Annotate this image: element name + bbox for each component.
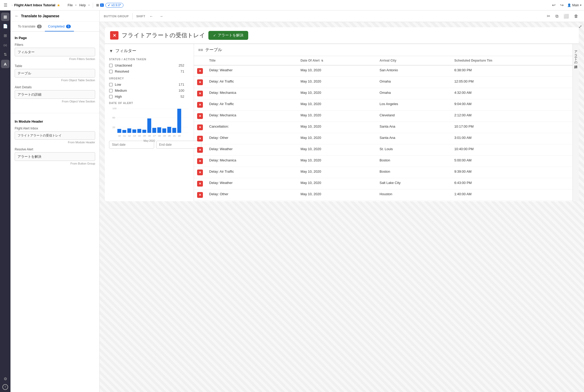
- medium-count: 100: [179, 89, 184, 92]
- table-row[interactable]: ✕ Delay: Weather May 10, 2020 St. Louis …: [194, 144, 572, 156]
- shift-right-btn[interactable]: →: [157, 13, 165, 20]
- cut-btn[interactable]: ✂: [545, 12, 552, 20]
- module-header: ✕ フライトアラートの受信トレイ ✓ アラートを解決: [105, 27, 579, 44]
- table-section-header: ≡≡ テーブル: [194, 44, 572, 56]
- trans-panel-title: Translate to Japanese: [21, 14, 59, 18]
- sidebar-item-gear[interactable]: ⚙: [1, 375, 9, 383]
- table-row[interactable]: ✕ Delay: Air Traffic May 10, 2020 Omaha …: [194, 77, 572, 88]
- flight-inbox-input[interactable]: [15, 131, 95, 140]
- favorite-icon[interactable]: ★: [57, 3, 60, 7]
- th-date[interactable]: Date Of Alert ⇅: [297, 56, 376, 65]
- row-arrival: St. Louis: [376, 144, 451, 156]
- sidebar-item-doc[interactable]: 📄: [1, 22, 9, 30]
- flight-inbox-field-group: Flight Alert Inbox From Module Header: [15, 127, 95, 144]
- table-row[interactable]: ✕ Delay: Mechanica May 10, 2020 Boston 5…: [194, 156, 572, 167]
- row-arrival: Cleveland: [376, 111, 451, 122]
- right-aside-label[interactable]: アラートの詳細: [574, 48, 578, 63]
- undo-btn[interactable]: ↩: [551, 2, 556, 9]
- high-checkbox[interactable]: [109, 95, 113, 99]
- sidebar-item-fx[interactable]: (x): [1, 41, 9, 49]
- back-button[interactable]: ←: [15, 14, 19, 18]
- copy-btn[interactable]: ⧉: [554, 12, 560, 20]
- table-row[interactable]: ✕ Delay: Air Traffic May 10, 2020 Los An…: [194, 99, 572, 111]
- chart-svg: 100 60 20: [109, 107, 190, 138]
- table-input[interactable]: [15, 69, 95, 78]
- row-icon: ✕: [197, 113, 203, 119]
- table-row[interactable]: ✕ Cancellation: May 10, 2020 Santa Ana 1…: [194, 122, 572, 133]
- resolve-alert-btn[interactable]: ✓ アラートを解決: [208, 31, 248, 40]
- svg-rect-13: [147, 118, 151, 133]
- svg-text:16: 16: [148, 135, 151, 137]
- row-date: May 10, 2020: [297, 133, 376, 144]
- unactioned-count: 252: [179, 63, 184, 67]
- svg-rect-10: [132, 129, 136, 133]
- table-row[interactable]: ✕ Delay: Weather May 10, 2020 San Antoni…: [194, 65, 572, 77]
- sidebar-item-help[interactable]: ?: [2, 384, 8, 390]
- row-date: May 10, 2020: [297, 167, 376, 178]
- table-row[interactable]: ✕ Delay: Other May 10, 2020 Houston 1:40…: [194, 189, 572, 201]
- close-module-btn[interactable]: ✕: [110, 31, 118, 40]
- row-icon: ✕: [197, 68, 203, 74]
- translation-panel: ← Translate to Japanese To translate 0 C…: [10, 10, 100, 392]
- sidebar-item-layers[interactable]: ⊞: [1, 31, 9, 40]
- low-checkbox[interactable]: [109, 83, 113, 86]
- medium-checkbox[interactable]: [109, 89, 113, 92]
- alert-details-input[interactable]: [15, 90, 95, 99]
- row-date: May 10, 2020: [297, 65, 376, 77]
- version-badge: ✔ v0.9.0*: [105, 3, 123, 8]
- table-row[interactable]: ✕ Delay: Mechanica May 10, 2020 Clevelan…: [194, 111, 572, 122]
- paste-btn[interactable]: ⬜: [562, 12, 570, 20]
- tab-to-translate[interactable]: To translate 0: [15, 22, 45, 31]
- unactioned-label: Unactioned: [115, 63, 132, 67]
- row-icon: ✕: [197, 79, 203, 85]
- sidebar-item-grid[interactable]: ▦: [1, 13, 9, 21]
- low-count: 171: [179, 83, 184, 86]
- help-menu[interactable]: Help: [78, 3, 87, 7]
- sidebar-item-translate[interactable]: A: [1, 60, 9, 68]
- tab-completed[interactable]: Completed 5: [45, 22, 74, 31]
- row-arrival: Houston: [376, 189, 451, 201]
- table-row[interactable]: ✕ Delay: Other May 10, 2020 Santa Ana 3:…: [194, 133, 572, 144]
- row-title: Delay: Air Traffic: [206, 99, 297, 111]
- delete-btn[interactable]: 🗑: [572, 12, 580, 20]
- table-from: From Object Table Section: [15, 79, 95, 82]
- right-aside: アラートの詳細: [572, 44, 579, 201]
- main-menu[interactable]: 👤 Main ▾: [567, 3, 581, 7]
- filters-section-header: ▼ フィルター: [109, 48, 190, 54]
- expand-btn[interactable]: ⤢: [578, 24, 582, 29]
- th-title[interactable]: Title: [206, 56, 297, 65]
- row-icon: ✕: [197, 170, 203, 175]
- row-title: Cancellation:: [206, 122, 297, 133]
- chart-month: May 2020: [109, 139, 190, 142]
- filter-icon: ▼: [109, 49, 113, 53]
- filters-field-group: Filters From Filters Section: [15, 43, 95, 61]
- row-departure: 9:04:00 AM: [451, 99, 572, 111]
- svg-rect-16: [162, 128, 166, 133]
- svg-rect-9: [127, 128, 131, 133]
- date-chart-area: DATE OF ALERT 100 60 20: [109, 102, 190, 149]
- table-row[interactable]: ✕ Delay: Air Traffic May 10, 2020 Boston…: [194, 167, 572, 178]
- unactioned-checkbox[interactable]: [109, 64, 113, 67]
- table-row[interactable]: ✕ Delay: Mechanica May 10, 2020 Omaha 4:…: [194, 88, 572, 99]
- th-icon: [194, 56, 206, 65]
- row-icon: ✕: [197, 102, 203, 108]
- date-chart: 100 60 20: [109, 107, 190, 138]
- shift-label: SHIFT: [136, 15, 145, 18]
- alerts-table-body: ✕ Delay: Weather May 10, 2020 San Antoni…: [194, 65, 572, 201]
- table-row[interactable]: ✕ Delay: Weather May 10, 2020 Salt Lake …: [194, 178, 572, 189]
- resolved-checkbox[interactable]: [109, 70, 113, 73]
- file-menu[interactable]: File: [67, 3, 74, 7]
- trans-module-header-section: In Module Header Flight Alert Inbox From…: [10, 115, 99, 173]
- sidebar-item-sort[interactable]: ⇅: [1, 50, 9, 59]
- svg-text:21: 21: [173, 135, 176, 137]
- row-arrival: Omaha: [376, 77, 451, 88]
- svg-text:10: 10: [118, 135, 121, 137]
- toolbar: BUTTON GROUP SHIFT ← → ✂ ⧉ ⬜ 🗑: [100, 10, 584, 22]
- resolve-alert-input[interactable]: [15, 152, 95, 161]
- redo-btn[interactable]: ↪: [559, 2, 565, 9]
- svg-rect-19: [177, 109, 181, 133]
- svg-rect-18: [172, 128, 176, 133]
- shift-left-btn[interactable]: ←: [147, 13, 155, 20]
- filters-input[interactable]: [15, 48, 95, 56]
- resolve-alert-label: Resolve Alert: [15, 148, 95, 151]
